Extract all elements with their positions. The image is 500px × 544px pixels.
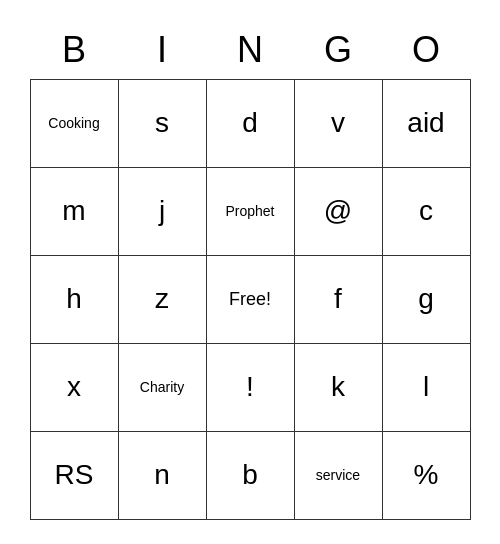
cell-r4-c1: n (119, 432, 207, 520)
cell-r4-c3: service (295, 432, 383, 520)
cell-r1-c3: @ (295, 168, 383, 256)
bingo-grid: CookingsdvaidmjProphet@chzFree!fgxCharit… (30, 79, 471, 520)
cell-r0-c2: d (207, 80, 295, 168)
cell-r0-c1: s (119, 80, 207, 168)
cell-r4-c2: b (207, 432, 295, 520)
cell-r2-c3: f (295, 256, 383, 344)
cell-r1-c0: m (31, 168, 119, 256)
bingo-header: BINGO (30, 25, 470, 75)
cell-r1-c1: j (119, 168, 207, 256)
cell-r1-c2: Prophet (207, 168, 295, 256)
header-letter: N (206, 25, 294, 75)
header-letter: O (382, 25, 470, 75)
cell-r3-c0: x (31, 344, 119, 432)
header-letter: G (294, 25, 382, 75)
cell-r3-c2: ! (207, 344, 295, 432)
cell-r2-c0: h (31, 256, 119, 344)
cell-r1-c4: c (383, 168, 471, 256)
cell-r0-c3: v (295, 80, 383, 168)
cell-r3-c4: l (383, 344, 471, 432)
cell-r3-c3: k (295, 344, 383, 432)
header-letter: I (118, 25, 206, 75)
cell-r2-c4: g (383, 256, 471, 344)
header-letter: B (30, 25, 118, 75)
cell-r0-c4: aid (383, 80, 471, 168)
cell-r4-c4: % (383, 432, 471, 520)
cell-r2-c1: z (119, 256, 207, 344)
cell-r3-c1: Charity (119, 344, 207, 432)
cell-r2-c2: Free! (207, 256, 295, 344)
cell-r0-c0: Cooking (31, 80, 119, 168)
bingo-card: BINGO CookingsdvaidmjProphet@chzFree!fgx… (30, 25, 471, 520)
cell-r4-c0: RS (31, 432, 119, 520)
